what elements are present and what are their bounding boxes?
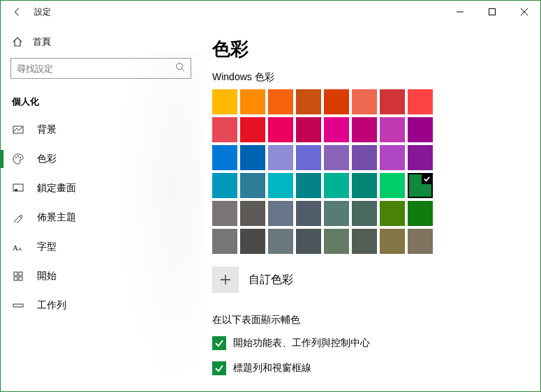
nav-label: 工作列 xyxy=(37,299,66,312)
color-swatch[interactable] xyxy=(380,145,405,170)
check-icon xyxy=(214,363,224,373)
svg-rect-7 xyxy=(15,189,17,191)
accent-surfaces-label: 在以下表面顯示輔色 xyxy=(212,314,540,326)
color-swatch[interactable] xyxy=(380,117,405,142)
checkbox-start-taskbar[interactable] xyxy=(212,336,226,350)
nav-label: 色彩 xyxy=(37,153,57,165)
nav-label: 開始 xyxy=(37,270,57,282)
color-swatch[interactable] xyxy=(352,229,377,254)
color-swatch[interactable] xyxy=(408,89,433,114)
custom-color-button[interactable] xyxy=(212,266,239,293)
page-title: 色彩 xyxy=(212,37,540,61)
color-swatch[interactable] xyxy=(352,145,377,170)
sidebar-item-4[interactable]: AA字型 xyxy=(1,232,201,262)
color-swatch[interactable] xyxy=(296,145,321,170)
color-swatch[interactable] xyxy=(352,117,377,142)
nav-icon xyxy=(12,124,24,135)
sidebar: 首頁 個人化 背景色彩鎖定畫面佈景主題AA字型開始工作列 xyxy=(1,23,201,391)
color-swatch[interactable] xyxy=(268,89,293,114)
color-swatch[interactable] xyxy=(212,229,237,254)
color-swatch[interactable] xyxy=(240,201,265,226)
color-swatch[interactable] xyxy=(240,173,265,198)
color-swatch[interactable] xyxy=(212,89,237,114)
sidebar-item-6[interactable]: 工作列 xyxy=(1,291,201,320)
color-swatch[interactable] xyxy=(268,117,293,142)
color-swatch[interactable] xyxy=(324,229,349,254)
color-swatch[interactable] xyxy=(352,173,377,198)
color-swatch[interactable] xyxy=(324,145,349,170)
color-swatch[interactable] xyxy=(352,201,377,226)
nav-icon xyxy=(12,183,24,194)
color-swatch[interactable] xyxy=(268,145,293,170)
color-swatch[interactable] xyxy=(324,89,349,114)
color-swatch[interactable] xyxy=(408,201,433,226)
search-icon xyxy=(175,62,185,75)
color-swatch[interactable] xyxy=(212,145,237,170)
sidebar-item-5[interactable]: 開始 xyxy=(1,262,201,291)
plus-icon xyxy=(220,274,231,285)
color-swatch[interactable] xyxy=(296,89,321,114)
nav-icon xyxy=(12,153,24,165)
svg-text:A: A xyxy=(18,246,22,252)
color-swatch[interactable] xyxy=(296,229,321,254)
color-swatch[interactable] xyxy=(380,201,405,226)
color-swatch[interactable] xyxy=(296,173,321,198)
svg-point-4 xyxy=(17,156,19,157)
home-icon xyxy=(12,36,23,47)
svg-rect-10 xyxy=(14,272,17,276)
sidebar-item-2[interactable]: 鎖定畫面 xyxy=(1,174,201,203)
color-swatch[interactable] xyxy=(212,173,237,198)
color-swatch[interactable] xyxy=(240,117,265,142)
custom-color-label: 自訂色彩 xyxy=(249,273,293,287)
section-header: 個人化 xyxy=(1,86,201,115)
nav-label: 字型 xyxy=(37,241,57,253)
color-swatch[interactable] xyxy=(352,89,377,114)
sidebar-item-0[interactable]: 背景 xyxy=(1,115,201,144)
selected-check-icon xyxy=(422,174,432,184)
color-grid xyxy=(212,89,540,254)
svg-rect-13 xyxy=(19,277,22,280)
home-nav[interactable]: 首頁 xyxy=(1,29,201,55)
minimize-button[interactable] xyxy=(444,1,476,23)
color-swatch[interactable] xyxy=(296,117,321,142)
color-swatch[interactable] xyxy=(268,173,293,198)
color-swatch[interactable] xyxy=(296,201,321,226)
back-button[interactable] xyxy=(6,1,29,23)
nav-icon xyxy=(12,212,24,223)
color-swatch[interactable] xyxy=(408,173,433,198)
color-swatch[interactable] xyxy=(240,229,265,254)
nav-icon xyxy=(12,271,24,282)
color-swatch[interactable] xyxy=(324,117,349,142)
windows-colors-label: Windows 色彩 xyxy=(212,71,540,84)
color-swatch[interactable] xyxy=(408,117,433,142)
color-swatch[interactable] xyxy=(380,173,405,198)
sidebar-item-3[interactable]: 佈景主題 xyxy=(1,203,201,232)
color-swatch[interactable] xyxy=(240,145,265,170)
nav-label: 佈景主題 xyxy=(37,211,76,224)
color-swatch[interactable] xyxy=(380,89,405,114)
color-swatch[interactable] xyxy=(240,89,265,114)
color-swatch[interactable] xyxy=(212,117,237,142)
nav-label: 鎖定畫面 xyxy=(37,182,76,195)
svg-point-5 xyxy=(20,157,21,158)
home-label: 首頁 xyxy=(33,36,51,48)
color-swatch[interactable] xyxy=(324,173,349,198)
color-swatch[interactable] xyxy=(408,229,433,254)
svg-point-1 xyxy=(177,63,183,70)
search-input[interactable] xyxy=(10,58,191,79)
color-swatch[interactable] xyxy=(408,145,433,170)
color-swatch[interactable] xyxy=(268,229,293,254)
color-swatch[interactable] xyxy=(324,201,349,226)
maximize-button[interactable] xyxy=(476,1,508,23)
svg-rect-11 xyxy=(19,272,22,276)
color-swatch[interactable] xyxy=(212,201,237,226)
checkbox2-label: 標題列和視窗框線 xyxy=(233,362,311,375)
color-swatch[interactable] xyxy=(380,229,405,254)
nav-icon xyxy=(12,300,24,311)
checkbox-titlebars[interactable] xyxy=(212,361,226,375)
close-button[interactable] xyxy=(508,1,540,23)
content-area: 色彩 Windows 色彩 自訂色彩 在以下表面顯示輔色 開始功能表、工作列與控… xyxy=(201,23,540,391)
color-swatch[interactable] xyxy=(268,201,293,226)
checkbox1-label: 開始功能表、工作列與控制中心 xyxy=(233,337,370,349)
sidebar-item-1[interactable]: 色彩 xyxy=(1,144,201,174)
